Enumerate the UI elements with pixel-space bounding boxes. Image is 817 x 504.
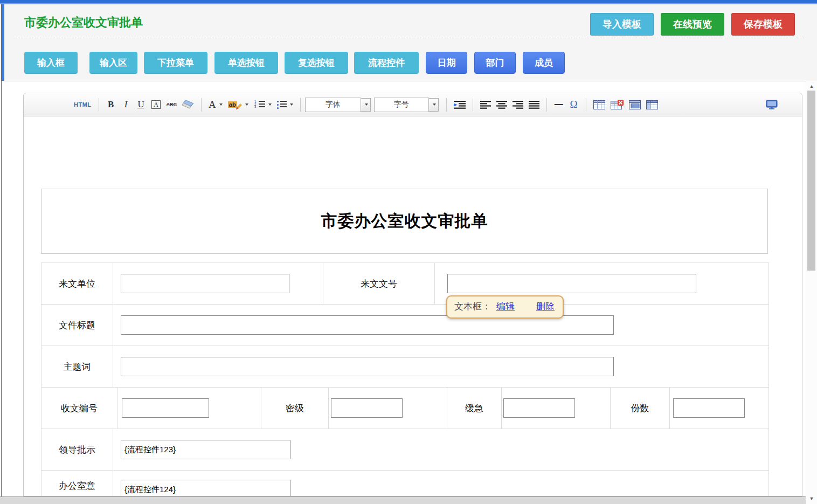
chevron-down-icon xyxy=(365,103,368,106)
table-cell-icon xyxy=(629,100,641,109)
scrollbar-thumb[interactable] xyxy=(807,91,815,271)
font-size-select[interactable]: 字号 xyxy=(374,98,429,112)
widget-button-member[interactable]: 成员 xyxy=(523,52,565,74)
font-size-value: 字号 xyxy=(394,100,409,109)
widget-button-department[interactable]: 部门 xyxy=(474,52,516,74)
urgency-input[interactable] xyxy=(503,398,575,418)
screen: 市委办公室收文审批单 导入模板 在线预览 保存模板 输入框 输入区 下拉菜单 单… xyxy=(0,0,817,504)
secrecy-input[interactable] xyxy=(331,398,403,418)
field-label-keywords: 主题词 xyxy=(41,346,113,387)
widget-button-date[interactable]: 日期 xyxy=(426,52,467,74)
header-actions: 导入模板 在线预览 保存模板 xyxy=(590,13,795,36)
fullscreen-button[interactable] xyxy=(764,98,779,112)
widget-button-dropdown-menu[interactable]: 下拉菜单 xyxy=(144,52,207,74)
copies-input[interactable] xyxy=(673,398,745,418)
insert-table-button[interactable] xyxy=(592,98,607,112)
align-left-icon xyxy=(480,101,491,109)
tooltip-label: 文本框： xyxy=(454,300,491,313)
font-family-select[interactable]: 字体 xyxy=(305,98,361,112)
font-family-dropdown-button[interactable] xyxy=(361,98,371,112)
field-label-secrecy: 密级 xyxy=(261,388,329,429)
text-border-icon: A xyxy=(151,100,161,109)
scrollbar-down-button[interactable]: ▼ xyxy=(806,494,817,503)
strikethrough-button[interactable]: ABC xyxy=(165,98,179,112)
underline-icon: U xyxy=(137,99,144,110)
text-border-button[interactable]: A xyxy=(150,98,163,112)
underline-button[interactable]: U xyxy=(135,98,148,112)
field-cell xyxy=(670,388,768,429)
receipt-number-input[interactable] xyxy=(122,398,209,418)
special-char-button[interactable]: Ω xyxy=(567,98,580,112)
delete-table-button[interactable] xyxy=(609,98,625,112)
toolbar-separator xyxy=(99,98,99,112)
align-right-icon xyxy=(513,101,523,109)
horizontal-rule-icon: — xyxy=(555,100,563,109)
table-row: 来文单位 来文文号 xyxy=(41,263,768,305)
chevron-down-icon xyxy=(219,103,223,106)
toolbar-separator xyxy=(473,98,473,112)
align-left-button[interactable] xyxy=(479,98,493,112)
field-cell xyxy=(113,346,768,387)
field-cell xyxy=(113,429,768,470)
italic-button[interactable]: I xyxy=(120,98,133,112)
widget-toolbar: 输入框 输入区 下拉菜单 单选按钮 复选按钮 流程控件 日期 部门 成员 xyxy=(24,52,572,74)
editor-panel: HTML B I U A ABC xyxy=(23,93,802,496)
widget-button-radio[interactable]: 单选按钮 xyxy=(214,52,278,74)
html-source-button[interactable]: HTML xyxy=(72,98,93,112)
align-center-button[interactable] xyxy=(495,98,509,112)
leader-comment-input[interactable] xyxy=(121,440,290,459)
remove-format-button[interactable] xyxy=(181,98,196,112)
monitor-icon xyxy=(766,100,778,110)
field-label-source-unit: 来文单位 xyxy=(41,263,113,304)
align-justify-icon xyxy=(529,101,539,109)
table-cell-button[interactable] xyxy=(627,98,642,112)
chevron-down-icon xyxy=(245,103,248,106)
editor-content[interactable]: 市委办公室收文审批单 来文单位 来文文号 xyxy=(24,116,802,496)
delete-link[interactable]: 删除 xyxy=(536,300,555,313)
pencil-icon xyxy=(236,103,242,109)
browser-top-bar xyxy=(0,0,817,4)
document-title-box: 市委办公室收文审批单 xyxy=(41,189,768,254)
highlight-color-button[interactable]: ab xyxy=(226,98,250,112)
keywords-input[interactable] xyxy=(121,357,614,376)
edit-link[interactable]: 编辑 xyxy=(496,300,515,313)
unordered-list-icon xyxy=(277,100,279,109)
bold-icon: B xyxy=(108,99,114,110)
scrollbar-up-button[interactable]: ▲ xyxy=(806,82,817,91)
indent-button[interactable] xyxy=(452,98,467,112)
ordered-list-button[interactable]: 123 xyxy=(252,98,273,112)
widget-button-input-box[interactable]: 输入框 xyxy=(24,52,78,74)
align-right-button[interactable] xyxy=(511,98,525,112)
office-opinion-input[interactable] xyxy=(121,480,290,496)
source-unit-input[interactable] xyxy=(121,274,289,293)
widget-button-input-area[interactable]: 输入区 xyxy=(89,52,137,74)
table-properties-button[interactable] xyxy=(645,98,660,112)
unordered-list-button[interactable] xyxy=(275,98,295,112)
vertical-scrollbar[interactable]: ▲ ▼ xyxy=(806,81,817,504)
indent-icon xyxy=(454,101,466,109)
online-preview-button[interactable]: 在线预览 xyxy=(661,13,724,36)
table-row: 办公室意 xyxy=(41,471,768,496)
widget-button-flow-control[interactable]: 流程控件 xyxy=(354,52,419,74)
save-template-button[interactable]: 保存模板 xyxy=(731,13,795,36)
field-cell xyxy=(502,388,611,429)
toolbar-separator xyxy=(546,98,547,112)
field-label-doc-title: 文件标题 xyxy=(41,305,113,346)
field-cell xyxy=(113,305,768,346)
bold-button[interactable]: B xyxy=(105,98,117,112)
editor-toolbar: HTML B I U A ABC xyxy=(24,93,802,116)
chevron-down-icon xyxy=(268,103,272,106)
import-template-button[interactable]: 导入模板 xyxy=(590,13,654,36)
font-size-dropdown-button[interactable] xyxy=(429,98,439,112)
doc-number-input[interactable] xyxy=(447,274,696,293)
widget-button-checkbox[interactable]: 复选按钮 xyxy=(285,52,348,74)
page-title: 市委办公室收文审批单 xyxy=(24,15,143,31)
field-cell xyxy=(113,263,323,304)
align-justify-button[interactable] xyxy=(527,98,541,112)
header: 市委办公室收文审批单 导入模板 在线预览 保存模板 输入框 输入区 下拉菜单 单… xyxy=(4,4,817,81)
horizontal-rule-button[interactable]: — xyxy=(552,98,565,112)
toolbar-separator xyxy=(300,98,301,112)
font-color-button[interactable]: A xyxy=(207,98,224,112)
toolbar-separator xyxy=(446,98,447,112)
table-row: 文件标题 xyxy=(41,305,768,346)
